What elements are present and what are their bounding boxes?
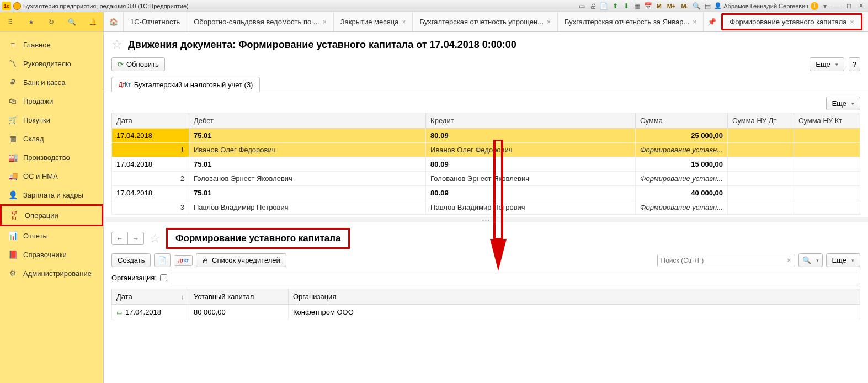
col-credit[interactable]: Кредит [426,113,636,129]
search-button[interactable]: 🔍 [798,253,823,267]
app-title: Бухгалтерия предприятия, редакция 3.0 (1… [23,3,189,9]
toolbar-icon-1[interactable]: ▭ [578,2,587,10]
zoom-icon[interactable]: 🔍 [692,2,701,10]
history-icon[interactable]: ↻ [46,17,57,28]
minimize-button[interactable]: — [832,3,842,9]
sidebar-item-reports[interactable]: 📊Отчеты [0,226,103,245]
tab-5[interactable]: Бухгалтерская отчетность за Январ...× [558,12,704,31]
apps-icon[interactable]: ⠿ [5,17,16,28]
search-clear-icon[interactable]: × [784,257,795,264]
table-row[interactable]: 17.04.201875.0180.0940 000,00 [112,186,860,200]
favorite-star-icon[interactable]: ☆ [111,38,123,52]
excel-icon[interactable]: ⬆ [611,2,620,10]
search-input[interactable] [658,254,784,267]
tab-2[interactable]: Оборотно-сальдовая ведомость по ...× [187,12,333,31]
sidebar-item-purchases[interactable]: 🛒Покупки [0,110,103,129]
ruble-icon: ₽ [8,77,18,87]
book-icon: 📕 [8,249,18,259]
dropdown-icon[interactable]: ▾ [821,2,829,10]
tabs: 🏠 1С-Отчетность Оборотно-сальдовая ведом… [104,12,868,31]
org-input[interactable] [171,272,860,284]
col-sum-nu-kt[interactable]: Сумма НУ Кт [794,113,860,129]
menu-icon: ≡ [8,40,18,50]
col2-capital[interactable]: Уставный капитал [189,289,289,305]
dtkt-icon: ДтКт [9,210,19,220]
sidebar-item-assets[interactable]: 🚚ОС и НМА [0,167,103,185]
tab-close-icon[interactable]: × [547,18,551,26]
org-filter-row: Организация: [111,272,860,284]
tab-close-icon[interactable]: × [402,18,406,26]
tab-home[interactable]: 🏠 [104,12,124,31]
col-debit[interactable]: Дебет [189,113,426,129]
create-button[interactable]: Создать [111,253,151,267]
tab-close-icon[interactable]: × [323,18,327,26]
col-date[interactable]: Дата [112,113,189,129]
bell-icon[interactable]: 🔔 [87,17,98,28]
sidebar-item-manager[interactable]: 〽Руководителю [0,54,103,73]
sidebar-item-sales[interactable]: 🛍Продажи [0,92,103,110]
tab-1[interactable]: 1С-Отчетность [124,12,187,31]
tab-3[interactable]: Закрытие месяца× [334,12,413,31]
export-icon[interactable]: ⬇ [622,2,631,10]
calendar-icon[interactable]: 📅 [644,2,653,10]
m-button[interactable]: M [655,3,663,9]
refresh-button[interactable]: ⟳Обновить [111,57,165,71]
info-icon[interactable]: i [811,2,818,10]
search-tool-icon[interactable]: 🔍 [67,17,78,28]
sidebar-item-operations[interactable]: ДтКтОперации [0,204,103,226]
help-button[interactable]: ? [849,57,860,71]
tab-close-icon[interactable]: × [850,18,854,26]
sidebar-item-directories[interactable]: 📕Справочники [0,245,103,264]
doc-icon[interactable]: 📄 [600,2,609,10]
sidebar-item-warehouse[interactable]: ▦Склад [0,129,103,148]
documents-table: Дата↓ Уставный капитал Организация ▭17.0… [111,289,860,320]
more-button[interactable]: Еще [810,57,844,71]
table-row-detail[interactable]: 2Голованов Эрнест ЯковлевичГолованов Эрн… [112,172,860,186]
splitter[interactable]: • • • [104,217,868,222]
copy-button[interactable]: 📄 [154,253,171,267]
user-name[interactable]: 👤 Абрамов Геннадий Сергеевич [714,2,808,9]
col-sum-nu-dt[interactable]: Сумма НУ Дт [728,113,794,129]
table-row[interactable]: 17.04.201875.0180.0925 000,00 [112,129,860,143]
table-row-detail[interactable]: 1Иванов Олег ФедоровичИванов Олег Федоро… [112,143,860,157]
dtkt-button[interactable]: ДтКт [174,255,193,266]
accounting-tab[interactable]: ДтКтБухгалтерский и налоговый учет (3) [111,77,260,92]
org-checkbox[interactable] [160,274,167,281]
favorite-star-icon[interactable]: ☆ [150,231,161,246]
tab-close-icon[interactable]: × [693,18,696,26]
org-label: Организация: [111,274,157,282]
col2-date[interactable]: Дата↓ [112,289,189,305]
col-sum[interactable]: Сумма [636,113,728,129]
sidebar-item-bank[interactable]: ₽Банк и касса [0,73,103,92]
founders-button[interactable]: 🖨 Список учредителей [196,253,286,267]
maximize-button[interactable]: ◻ [844,2,854,9]
panel-more-button[interactable]: Еще [826,97,860,110]
col2-org[interactable]: Организация [289,289,860,305]
transactions-table: Дата Дебет Кредит Сумма Сумма НУ Дт Сумм… [111,113,860,215]
calc-icon[interactable]: ▦ [633,2,642,10]
star-icon[interactable]: ★ [25,17,36,28]
sidebar-item-main[interactable]: ≡Главное [0,35,103,54]
sidebar-item-salary[interactable]: 👤Зарплата и кадры [0,185,103,204]
table-row-detail[interactable]: 3Павлов Владимир ПетровичПавлов Владимир… [112,200,860,215]
sidebar-item-production[interactable]: 🏭Производство [0,148,103,167]
lower-header: ← → ☆ Формирование уставного капитала [111,228,860,249]
back-button[interactable]: ← [112,232,128,244]
toolbox: ⠿ ★ ↻ 🔍 🔔 [0,12,104,31]
person-icon: 👤 [8,190,18,200]
sidebar-item-admin[interactable]: ⚙Администрирование [0,264,103,283]
tab-pin[interactable]: 📌 [704,12,720,31]
lower-more-button[interactable]: Еще [826,253,860,267]
main-content: ☆ Движения документа: Формирование устав… [104,32,868,383]
print-icon[interactable]: 🖨 [589,2,598,10]
close-button[interactable]: ✕ [856,2,866,9]
grid-icon[interactable]: ▤ [703,2,712,10]
app-menu-dropdown[interactable] [13,2,21,10]
forward-button[interactable]: → [128,232,143,244]
tab-4[interactable]: Бухгалтерская отчетность упрощен...× [413,12,558,31]
table-row[interactable]: 17.04.201875.0180.0915 000,00 [112,157,860,172]
tab-active[interactable]: Формирование уставного капитала× [721,13,862,30]
m-minus-button[interactable]: M- [679,3,690,9]
m-plus-button[interactable]: M+ [665,3,678,9]
table-row[interactable]: ▭17.04.2018 80 000,00 Конфетпром ООО [112,305,860,320]
